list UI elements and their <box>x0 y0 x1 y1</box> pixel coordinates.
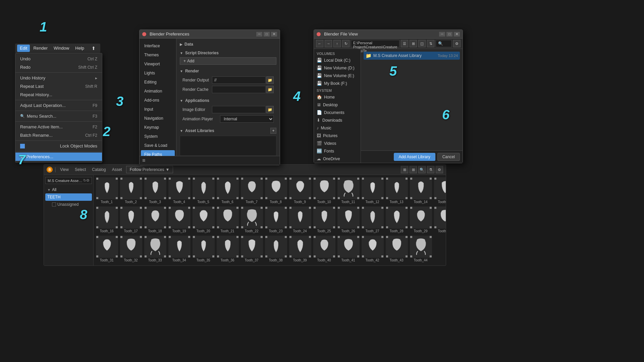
asset-item-Tooth_20[interactable]: Tooth_20 <box>192 205 215 234</box>
asset-item-Tooth_43[interactable]: Tooth_43 <box>385 235 408 263</box>
unassigned-checkbox[interactable] <box>52 202 56 206</box>
asset-grid-view-btn[interactable]: ⊞ <box>410 166 417 173</box>
menu-item-adjust-last[interactable]: Adjust Last Operation... F9 <box>15 101 102 110</box>
catalog-teeth[interactable]: TEETH <box>45 193 92 201</box>
prefs-section-apps-header[interactable]: ▼ Applications <box>180 98 276 103</box>
asset-item-Tooth_12[interactable]: Tooth_12 <box>361 176 384 205</box>
file-search-input[interactable] <box>444 42 449 46</box>
asset-item-Tooth_15[interactable]: Tooth_15 <box>433 176 446 205</box>
menu-item-lock-object-modes[interactable]: Lock Object Modes <box>15 142 102 150</box>
asset-settings-btn[interactable]: ⚙ <box>436 166 443 173</box>
render-cache-folder-btn[interactable]: 📁 <box>266 86 274 93</box>
asset-item-Tooth_32[interactable]: Tooth_32 <box>119 235 143 263</box>
asset-item-Tooth_33[interactable]: Tooth_33 <box>143 235 167 263</box>
asset-item-Tooth_21[interactable]: Tooth_21 <box>216 205 239 234</box>
menu-bar-help[interactable]: Help <box>72 45 87 52</box>
image-editor-folder-btn[interactable]: 📁 <box>266 106 274 113</box>
asset-nav-select[interactable]: Select <box>73 167 88 173</box>
prefs-nav-themes[interactable]: Themes <box>141 51 175 59</box>
menu-item-repeat-history[interactable]: Repeat History... <box>15 90 102 99</box>
prefs-nav-file-paths[interactable]: File Paths <box>141 150 175 156</box>
file-nav-pictures[interactable]: 🖼 Pictures <box>314 132 361 139</box>
asset-item-Tooth_41[interactable]: Tooth_41 <box>336 235 360 263</box>
asset-nav-view[interactable]: View <box>58 167 71 173</box>
menu-item-preferences[interactable]: ⚙ Preferences... <box>15 153 102 161</box>
list-view-btn[interactable]: ☰ <box>401 40 408 47</box>
asset-item-Tooth_11[interactable]: Tooth_11 <box>336 176 360 205</box>
asset-item-Tooth_25[interactable]: Tooth_25 <box>312 205 336 234</box>
asset-item-Tooth_14[interactable]: Tooth_14 <box>409 176 432 205</box>
file-maximize-button[interactable]: □ <box>446 32 452 37</box>
asset-item-Tooth_19[interactable]: Tooth_19 <box>167 205 191 234</box>
prefs-nav-lights[interactable]: Lights <box>141 69 175 77</box>
asset-item-Tooth_10[interactable]: Tooth_10 <box>312 176 336 205</box>
render-cache-input[interactable] <box>212 86 266 93</box>
prefs-nav-save-load[interactable]: Save & Load <box>141 141 175 150</box>
asset-item-Tooth_18[interactable]: Tooth_18 <box>143 205 167 234</box>
asset-item-Tooth_26[interactable]: Tooth_26 <box>336 205 360 234</box>
add-asset-lib-btn-prefs[interactable]: + <box>270 128 276 134</box>
animation-player-select[interactable]: Internal External <box>220 115 274 123</box>
asset-item-Tooth_13[interactable]: Tooth_13 <box>385 176 408 205</box>
detail-view-btn[interactable]: ◫ <box>418 40 426 47</box>
asset-item-Tooth_31[interactable]: Tooth_31 <box>95 235 118 263</box>
prefs-nav-addons[interactable]: Add-ons <box>141 96 175 105</box>
menu-item-rename-active[interactable]: Rename Active Item... F2 <box>15 123 102 131</box>
asset-nav-catalog[interactable]: Catalog <box>90 167 108 173</box>
menu-item-menu-search[interactable]: 🔍 Menu Search... F3 <box>15 112 102 120</box>
prefs-nav-editing[interactable]: Editing <box>141 78 175 86</box>
asset-item-Tooth_16[interactable]: Tooth_16 <box>95 205 118 234</box>
file-nav-local-c[interactable]: 💾 Local Disk (C:) <box>314 56 361 64</box>
asset-item-Tooth_4[interactable]: Tooth_4 <box>167 176 191 205</box>
file-nav-fonts[interactable]: 🔤 Fonts <box>314 147 361 155</box>
prefs-nav-system[interactable]: System <box>141 132 175 141</box>
asset-item-Tooth_38[interactable]: Tooth_38 <box>264 235 287 263</box>
menu-item-batch-rename[interactable]: Batch Rename... Ctrl F2 <box>15 131 102 139</box>
prefs-nav-animation[interactable]: Animation <box>141 87 175 96</box>
asset-item-Tooth_44[interactable]: Tooth_44 <box>409 235 432 263</box>
prefs-nav-keymap[interactable]: Keymap <box>141 123 175 132</box>
asset-item-Tooth_42[interactable]: Tooth_42 <box>361 235 384 263</box>
catalog-all[interactable]: ▼ All <box>45 186 92 193</box>
file-minimize-button[interactable]: ─ <box>439 32 445 37</box>
asset-item-Tooth_30[interactable]: Tooth_30 <box>433 205 446 234</box>
asset-item-Tooth_36[interactable]: Tooth_36 <box>216 235 239 263</box>
file-nav-videos[interactable]: 🎬 Videos <box>314 139 361 147</box>
file-nav-onedrive[interactable]: ☁ OneDrive <box>314 155 361 163</box>
add-script-dir-button[interactable]: + Add <box>180 57 276 65</box>
file-close-button[interactable]: ✕ <box>454 32 460 37</box>
asset-item-Tooth_17[interactable]: Tooth_17 <box>119 205 143 234</box>
close-button[interactable]: ✕ <box>271 32 277 37</box>
asset-item-Tooth_27[interactable]: Tooth_27 <box>361 205 384 234</box>
asset-item-Tooth_40[interactable]: Tooth_40 <box>312 235 336 263</box>
asset-item-Tooth_8[interactable]: Tooth_8 <box>264 176 287 205</box>
file-nav-desktop[interactable]: 🖥 Desktop <box>314 101 361 109</box>
asset-item-Tooth_39[interactable]: Tooth_39 <box>288 235 312 263</box>
asset-nav-asset[interactable]: Asset <box>110 167 124 173</box>
file-entry-ms-creature[interactable]: 📁 M.S Creature Asset Library Today 13:24 <box>364 52 460 60</box>
prefs-nav-input[interactable]: Input <box>141 105 175 114</box>
menu-item-undo-history[interactable]: Undo History ▸ <box>15 74 102 82</box>
menu-item-repeat-last[interactable]: Repeat Last Shift R <box>15 82 102 90</box>
render-output-input[interactable] <box>212 76 266 84</box>
menu-bar-render[interactable]: Render <box>31 45 50 52</box>
asset-item-Tooth_29[interactable]: Tooth_29 <box>409 205 432 234</box>
asset-item-Tooth_3[interactable]: Tooth_3 <box>143 176 167 205</box>
file-nav-volume-d[interactable]: 💾 New Volume (D:) <box>314 64 361 72</box>
follow-preferences-btn[interactable]: Follow Preferences ▼ <box>126 166 173 173</box>
asset-item-Tooth_5[interactable]: Tooth_5 <box>192 176 215 205</box>
asset-item-Tooth_22[interactable]: Tooth_22 <box>240 205 263 234</box>
file-nav-documents[interactable]: 📄 Documents <box>314 109 361 116</box>
menu-bar-window[interactable]: Window <box>51 45 72 52</box>
menu-bar-upload[interactable]: ⬆ <box>89 45 98 52</box>
menu-item-undo[interactable]: Undo Ctrl Z <box>15 55 102 63</box>
asset-item-Tooth_35[interactable]: Tooth_35 <box>192 235 215 263</box>
menu-bar-edit[interactable]: Edit <box>17 45 30 52</box>
settings-btn[interactable]: ⚙ <box>453 40 461 47</box>
file-nav-volume-e[interactable]: 💾 New Volume (E:) <box>314 72 361 79</box>
up-button[interactable]: ↑ <box>333 40 341 47</box>
render-output-folder-btn[interactable]: 📁 <box>266 76 274 84</box>
grid-view-btn[interactable]: ⊞ <box>410 40 417 47</box>
minimize-button[interactable]: ─ <box>256 32 262 37</box>
asset-item-Tooth_6[interactable]: Tooth_6 <box>216 176 239 205</box>
